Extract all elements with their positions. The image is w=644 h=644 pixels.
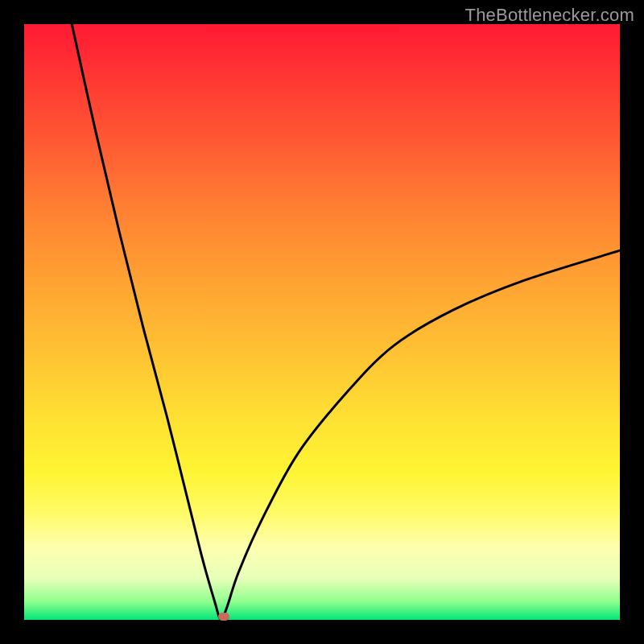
watermark-text: TheBottlenecker.com (465, 5, 634, 26)
chart-frame: TheBottlenecker.com (0, 0, 644, 644)
plot-area (24, 24, 620, 620)
bottleneck-curve (24, 24, 620, 620)
optimum-marker (218, 613, 229, 621)
